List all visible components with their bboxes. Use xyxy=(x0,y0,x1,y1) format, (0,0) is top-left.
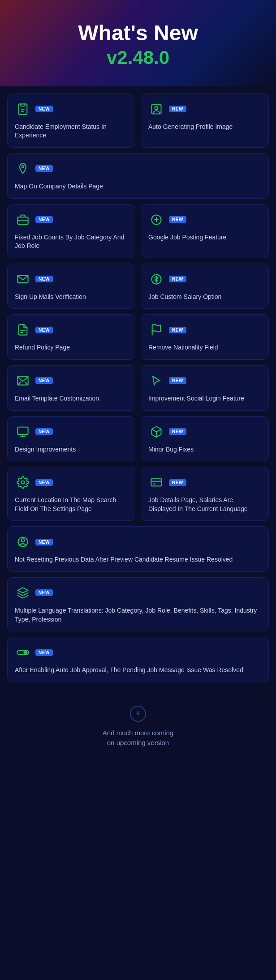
row-7: NEW Design Improvements NEW Minor Bug Fi… xyxy=(7,416,269,462)
header-title: What's New xyxy=(9,21,267,45)
card-refund-policy: NEW Refund Policy Page xyxy=(7,314,135,360)
card-improvement-social: NEW Improvement Social Login Feature xyxy=(141,365,269,411)
map-pin-icon xyxy=(15,161,31,177)
card-text-map-company: Map On Company Details Page xyxy=(15,182,261,191)
new-badge: NEW xyxy=(35,165,53,172)
page-wrapper: What's New v2.48.0 NEW Candidate Employm… xyxy=(0,0,276,771)
card-design-improvements: NEW Design Improvements xyxy=(7,416,135,462)
new-badge: NEW xyxy=(169,428,186,435)
card-icon-row: NEW xyxy=(15,212,128,228)
toggle-icon xyxy=(15,644,31,660)
card-icon-row: NEW xyxy=(148,474,261,490)
card-email-template: NEW Email Template Customization xyxy=(7,365,135,411)
card-text-improvement-social: Improvement Social Login Feature xyxy=(148,394,261,403)
card-text-email-template: Email Template Customization xyxy=(15,394,128,403)
cards-container: NEW Candidate Employment Status In Exper… xyxy=(0,86,276,682)
card-google-job: NEW Google Job Posting Feature xyxy=(141,204,269,258)
settings-icon xyxy=(15,474,31,490)
card-text-job-custom-salary: Job Custom Salary Option xyxy=(148,293,261,302)
header-version: v2.48.0 xyxy=(9,47,267,68)
row-5: NEW Refund Policy Page NEW Remove Nation… xyxy=(7,314,269,360)
footer-text: And much more comingon upcoming version xyxy=(9,728,267,748)
row-10: NEW Multiple Language Translations: Job … xyxy=(7,577,269,631)
document-icon xyxy=(15,322,31,338)
new-badge: NEW xyxy=(169,216,186,223)
card-minor-bug: NEW Minor Bug Fixes xyxy=(141,416,269,462)
row-4: NEW Sign Up Mails Verification NEW Job C… xyxy=(7,264,269,309)
cursor-icon xyxy=(148,373,164,389)
mail-icon xyxy=(15,271,31,287)
new-badge: NEW xyxy=(35,327,53,333)
row-11: NEW After Enabling Auto Job Approval, Th… xyxy=(7,637,269,682)
card-auto-generating: NEW Auto Generating Profile Image xyxy=(141,94,269,148)
new-badge: NEW xyxy=(35,106,53,112)
card-multiple-language: NEW Multiple Language Translations: Job … xyxy=(7,577,269,631)
header: What's New v2.48.0 xyxy=(0,0,276,86)
card-text-multiple-language: Multiple Language Translations: Job Cate… xyxy=(15,606,261,624)
card-icon-row: NEW xyxy=(148,271,261,287)
new-badge: NEW xyxy=(35,589,53,596)
user-circle-icon xyxy=(15,534,31,550)
card-icon-row: NEW xyxy=(148,424,261,440)
card-icon-row: NEW xyxy=(15,424,128,440)
layers-icon xyxy=(15,585,31,601)
new-badge: NEW xyxy=(169,479,186,486)
footer: + And much more comingon upcoming versio… xyxy=(0,688,276,771)
card-candidate-employment: NEW Candidate Employment Status In Exper… xyxy=(7,94,135,148)
footer-plus-icon: + xyxy=(130,706,146,722)
card-text-refund-policy: Refund Policy Page xyxy=(15,343,128,352)
card-sign-up-mails: NEW Sign Up Mails Verification xyxy=(7,264,135,309)
row-3: NEW Fixed Job Counts By Job Category And… xyxy=(7,204,269,258)
clipboard-icon xyxy=(15,101,31,117)
card-icon-row: NEW xyxy=(15,373,128,389)
box-icon xyxy=(148,424,164,440)
card-icon-row: NEW xyxy=(148,212,261,228)
new-badge: NEW xyxy=(35,428,53,435)
new-badge: NEW xyxy=(35,539,53,545)
card-text-minor-bug: Minor Bug Fixes xyxy=(148,445,261,454)
briefcase-icon xyxy=(15,212,31,228)
new-badge: NEW xyxy=(35,649,53,656)
card-text-remove-nationality: Remove Nationality Field xyxy=(148,343,261,352)
card-icon-row: NEW xyxy=(15,474,128,490)
card-icon-row: NEW xyxy=(15,101,128,117)
row-8: NEW Current Location In The Map Search F… xyxy=(7,467,269,521)
new-badge: NEW xyxy=(35,276,53,282)
new-badge: NEW xyxy=(35,216,53,223)
card-icon-row: NEW xyxy=(15,322,128,338)
card-fixed-job-counts: NEW Fixed Job Counts By Job Category And… xyxy=(7,204,135,258)
card-map-company: NEW Map On Company Details Page xyxy=(7,153,269,199)
row-6: NEW Email Template Customization NEW Imp… xyxy=(7,365,269,411)
card-auto-job-approval: NEW After Enabling Auto Job Approval, Th… xyxy=(7,637,269,682)
monitor-icon xyxy=(15,424,31,440)
card-text-fixed-job-counts: Fixed Job Counts By Job Category And Job… xyxy=(15,233,128,251)
card-job-details-page: NEW Job Details Page, Salaries Are Displ… xyxy=(141,467,269,521)
plus-circle-icon xyxy=(148,212,164,228)
card-text-job-details-page: Job Details Page, Salaries Are Displayed… xyxy=(148,496,261,513)
card-icon-row: NEW xyxy=(15,534,261,550)
dollar-icon xyxy=(148,271,164,287)
row-2: NEW Map On Company Details Page xyxy=(7,153,269,199)
card-text-candidate-employment: Candidate Employment Status In Experienc… xyxy=(15,123,128,140)
card-icon-row: NEW xyxy=(15,644,261,660)
new-badge: NEW xyxy=(169,276,186,282)
card-icon-row: NEW xyxy=(15,585,261,601)
card-text-not-resetting: Not Resetting Previous Data After Previe… xyxy=(15,555,261,564)
card-text-google-job: Google Job Posting Feature xyxy=(148,233,261,242)
card-icon-row: NEW xyxy=(15,271,128,287)
new-badge: NEW xyxy=(169,327,186,333)
card-icon-row: NEW xyxy=(15,161,261,177)
new-badge: NEW xyxy=(35,479,53,486)
card-icon-row: NEW xyxy=(148,101,261,117)
card-text-design-improvements: Design Improvements xyxy=(15,445,128,454)
credit-card-icon xyxy=(148,474,164,490)
card-text-current-location: Current Location In The Map Search Field… xyxy=(15,496,128,513)
row-1: NEW Candidate Employment Status In Exper… xyxy=(7,94,269,148)
card-not-resetting: NEW Not Resetting Previous Data After Pr… xyxy=(7,526,269,572)
card-text-auto-generating: Auto Generating Profile Image xyxy=(148,123,261,132)
row-9: NEW Not Resetting Previous Data After Pr… xyxy=(7,526,269,572)
new-badge: NEW xyxy=(169,106,186,112)
card-text-auto-job-approval: After Enabling Auto Job Approval, The Pe… xyxy=(15,666,261,675)
card-icon-row: NEW xyxy=(148,322,261,338)
card-remove-nationality: NEW Remove Nationality Field xyxy=(141,314,269,360)
